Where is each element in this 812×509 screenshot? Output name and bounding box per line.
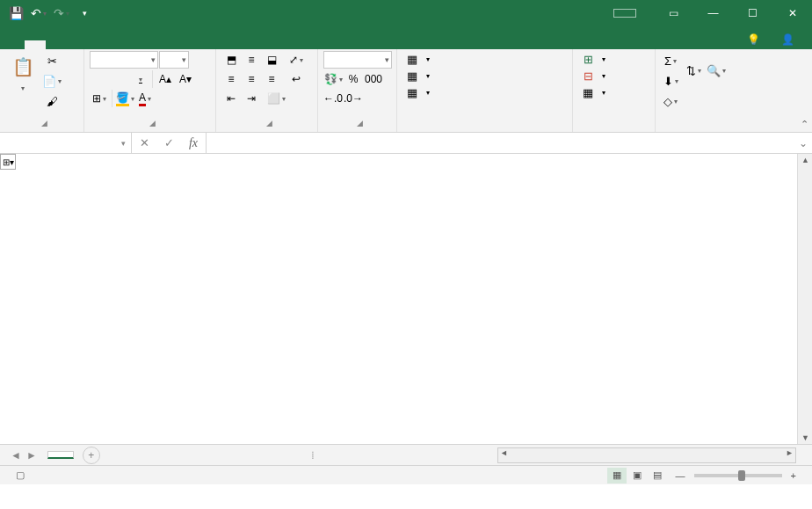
group-cells: ⊞▾ ⊟▾ ▦▾ — [573, 49, 656, 132]
fill-button[interactable]: ⬇ — [661, 71, 680, 91]
macro-record-icon[interactable]: ▢ — [16, 469, 25, 481]
align-center-button[interactable]: ≡ — [242, 70, 261, 88]
maximize-button[interactable]: ☐ — [733, 0, 772, 26]
format-painter-button[interactable]: 🖌 — [42, 91, 62, 111]
cell-styles-icon: ▦ — [405, 85, 419, 99]
align-middle-button[interactable]: ≡ — [242, 51, 261, 69]
delete-cells-button[interactable]: ⊟▾ — [578, 68, 608, 84]
align-left-button[interactable]: ≡ — [221, 70, 241, 88]
number-format-combo[interactable] — [323, 51, 392, 69]
orientation-button[interactable]: ⤢ — [286, 51, 306, 69]
zoom-out-button[interactable]: — — [676, 470, 685, 481]
fill-color-button[interactable]: 🪣 — [115, 90, 134, 107]
number-dialog-launcher[interactable]: ◢ — [355, 118, 366, 128]
zoom-in-button[interactable]: + — [791, 470, 796, 481]
align-bottom-button[interactable]: ⬓ — [262, 51, 281, 69]
insert-cells-button[interactable]: ⊞▾ — [578, 51, 608, 67]
bulb-icon: 💡 — [747, 33, 760, 46]
clear-button[interactable]: ◇ — [661, 91, 680, 111]
sheet-tab-bar: ◄ ► + ⁞ — [0, 444, 812, 465]
save-icon[interactable]: 💾 — [5, 3, 26, 24]
tab-home[interactable] — [25, 40, 46, 49]
shrink-font-button[interactable]: A▾ — [176, 70, 195, 88]
font-size-combo[interactable] — [159, 51, 189, 69]
bold-button[interactable] — [90, 70, 109, 88]
borders-button[interactable]: ⊞ — [90, 90, 109, 107]
page-break-view-button[interactable]: ▤ — [648, 468, 667, 484]
decrease-decimal-button[interactable]: .0→ — [344, 90, 363, 107]
cancel-formula-button[interactable]: ✕ — [132, 136, 156, 149]
sort-filter-button[interactable]: ⇅ — [684, 51, 703, 90]
table-icon: ▦ — [405, 69, 419, 83]
undo-button[interactable]: ↶ — [28, 3, 49, 24]
percent-button[interactable]: % — [344, 70, 363, 88]
formula-input[interactable] — [207, 133, 794, 153]
wrap-text-button[interactable]: ↩ — [286, 70, 306, 88]
font-color-button[interactable]: A — [135, 90, 155, 107]
paste-button[interactable]: 📋 ▾ — [5, 51, 40, 94]
sheet-nav-next[interactable]: ► — [26, 449, 37, 462]
page-layout-view-button[interactable]: ▣ — [627, 468, 647, 484]
decrease-indent-button[interactable]: ⇤ — [221, 90, 241, 107]
tab-page-layout[interactable] — [67, 40, 88, 49]
name-box[interactable] — [0, 133, 132, 153]
quick-access-toolbar: 💾 ↶ ↷ ▾ — [0, 3, 100, 24]
format-icon: ▦ — [581, 85, 595, 99]
comma-button[interactable]: 000 — [364, 70, 383, 88]
tab-help[interactable] — [172, 40, 193, 49]
normal-view-button[interactable]: ▦ — [607, 468, 627, 484]
sheet-nav-prev[interactable]: ◄ — [11, 449, 21, 462]
merge-button[interactable]: ⬜ — [266, 90, 286, 107]
vertical-scrollbar[interactable] — [797, 154, 812, 444]
align-right-button[interactable]: ≡ — [262, 70, 281, 88]
tab-view[interactable] — [151, 40, 172, 49]
format-cells-button[interactable]: ▦▾ — [578, 84, 608, 100]
find-select-button[interactable]: 🔍 — [707, 51, 726, 90]
worksheet-grid[interactable]: ⊞▾ — [0, 154, 812, 444]
redo-button[interactable]: ↷ — [51, 3, 72, 24]
accounting-format-button[interactable]: 💱 — [323, 70, 343, 88]
tab-data[interactable] — [109, 40, 130, 49]
tell-me[interactable]: 💡 — [740, 30, 771, 49]
paste-icon: 📋 — [9, 53, 37, 81]
italic-button[interactable] — [110, 70, 129, 88]
copy-button[interactable]: 📄 — [42, 71, 62, 91]
align-top-button[interactable]: ⬒ — [221, 51, 241, 69]
tab-insert[interactable] — [46, 40, 67, 49]
group-alignment: ⬒ ≡ ⬓ ⤢ ≡ ≡ ≡ ↩ ⇤ ⇥ ⬜ ◢ — [216, 49, 318, 132]
enter-formula-button[interactable]: ✓ — [156, 136, 181, 149]
horizontal-scrollbar[interactable] — [497, 447, 796, 463]
tab-file[interactable] — [4, 40, 25, 49]
grow-font-button[interactable]: A▴ — [156, 70, 175, 88]
autofill-options-button[interactable]: ⊞▾ — [0, 154, 16, 170]
cut-button[interactable]: ✂ — [42, 51, 62, 70]
format-as-table-button[interactable]: ▦▾ — [402, 68, 432, 84]
close-button[interactable]: ✕ — [772, 0, 812, 26]
clipboard-dialog-launcher[interactable]: ◢ — [40, 118, 50, 128]
collapse-ribbon-button[interactable]: ⌃ — [801, 119, 808, 130]
cell-styles-button[interactable]: ▦▾ — [402, 84, 432, 100]
new-sheet-button[interactable]: + — [83, 447, 100, 464]
increase-decimal-button[interactable]: ←.0 — [323, 90, 343, 107]
increase-indent-button[interactable]: ⇥ — [242, 90, 261, 107]
font-dialog-launcher[interactable]: ◢ — [148, 118, 158, 128]
conditional-formatting-button[interactable]: ▦▾ — [402, 51, 432, 67]
expand-formula-bar-button[interactable]: ⌄ — [794, 133, 812, 153]
title-bar: 💾 ↶ ↷ ▾ ▭ — ☐ ✕ — [0, 0, 812, 26]
ribbon: 📋 ▾ ✂ 📄 🖌 ◢ A▴ A▾ — [0, 49, 812, 133]
sheet-tab[interactable] — [47, 451, 74, 459]
tab-review[interactable] — [130, 40, 151, 49]
share-button[interactable]: 👤 — [774, 30, 805, 49]
underline-button[interactable] — [130, 70, 149, 88]
ribbon-tabs: 💡 👤 — [0, 26, 812, 49]
font-name-combo[interactable] — [90, 51, 158, 69]
qat-customize[interactable]: ▾ — [74, 3, 95, 24]
autosum-button[interactable]: Σ — [661, 51, 680, 70]
insert-function-button[interactable]: fx — [181, 136, 206, 150]
minimize-button[interactable]: — — [693, 0, 733, 26]
ribbon-options-icon[interactable]: ▭ — [654, 0, 693, 26]
tab-formulas[interactable] — [88, 40, 109, 49]
zoom-slider[interactable] — [694, 474, 782, 477]
align-dialog-launcher[interactable]: ◢ — [265, 118, 275, 128]
login-button[interactable] — [613, 9, 636, 18]
